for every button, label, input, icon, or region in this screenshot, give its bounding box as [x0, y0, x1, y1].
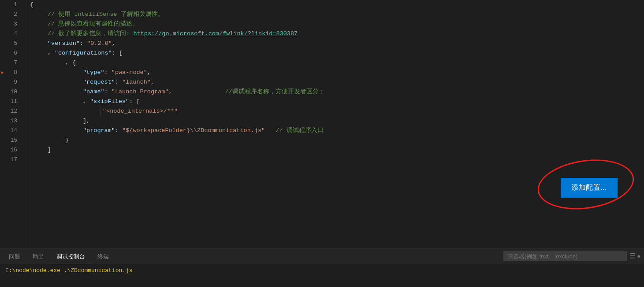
code-line-7: ▾ {	[30, 58, 644, 68]
line4-link[interactable]: https://go.microsoft.com/fwlink/?linkid=…	[134, 29, 298, 39]
line12-val: "<node_internals>/**"	[103, 107, 178, 116]
tab-debug-console[interactable]: 调试控制台	[51, 249, 90, 264]
code-line-14: "program": "${workspaceFolder}\\ZDcommun…	[30, 126, 644, 136]
line-number-11: 11	[0, 97, 21, 107]
line-number-5: 5	[0, 39, 21, 48]
code-lines: { // 使用 IntelliSense 了解相关属性。 // 悬停以查看现有属…	[26, 0, 644, 248]
tab-terminal[interactable]: 终端	[92, 249, 114, 264]
code-line-10: "name": "Launch Program",//调试程序名称，方便开发者区…	[30, 87, 644, 97]
line10-val: "Launch Program"	[112, 87, 169, 97]
line17-empty	[30, 155, 34, 165]
line3-content: // 悬停以查看现有属性的描述。	[48, 19, 138, 29]
line-number-12: 12	[0, 107, 21, 116]
panel-content: E:\node\node.exe .\ZDcommunication.js	[0, 264, 644, 287]
line6-key: "configurations"	[55, 48, 112, 58]
line9-val: "launch"	[122, 77, 151, 87]
line9-key: "request"	[83, 77, 115, 87]
collapse-6[interactable]: ▾	[48, 50, 55, 57]
line1-content: {	[30, 0, 34, 10]
line14-val: "${workspaceFolder}\\ZDcommunication.js"	[122, 126, 265, 136]
line5-key: "version"	[48, 39, 80, 48]
line-number-16: 16	[0, 145, 21, 155]
code-line-12: "<node_internals>/**"	[30, 107, 644, 116]
code-line-11: ▾ "skipFiles": [	[30, 97, 644, 107]
filter-icon[interactable]: ☰	[629, 252, 636, 261]
line10-comma: ,	[168, 87, 172, 97]
line5-comma: ,	[112, 39, 115, 48]
add-config-button[interactable]: 添加配置...	[561, 178, 618, 198]
line-number-2: 2	[0, 10, 21, 19]
line-number-4: 4	[0, 29, 21, 39]
line-number-3: 3	[0, 19, 21, 29]
tab-problems[interactable]: 问题	[4, 249, 26, 264]
line8-comma: ,	[147, 68, 151, 77]
line2-content: // 使用 IntelliSense 了解相关属性。	[48, 10, 164, 19]
terminal-output: E:\node\node.exe .\ZDcommunication.js	[5, 266, 639, 276]
panel-filter: ☰ ▲	[503, 251, 640, 261]
line13-content: ],	[83, 116, 90, 126]
collapse-11[interactable]: ▾	[83, 98, 90, 105]
line15-content: }	[65, 136, 69, 145]
editor-area: 1 2 3 4 5 6 7 8▶ 9 10 11 12 13 14 15 16 …	[0, 0, 644, 248]
line6-bracket: : [	[112, 48, 123, 58]
code-line-17	[30, 155, 644, 165]
code-line-15: }	[30, 136, 644, 145]
collapse-7[interactable]: ▾	[65, 59, 72, 66]
line9-colon: :	[115, 77, 122, 87]
line16-content: ]	[48, 145, 51, 155]
code-line-4: // 欲了解更多信息，请访问: https://go.microsoft.com…	[30, 29, 644, 39]
line14-space	[265, 126, 275, 136]
line11-key: "skipFiles"	[90, 97, 129, 107]
code-line-3: // 悬停以查看现有属性的描述。	[30, 19, 644, 29]
code-line-16: ]	[30, 145, 644, 155]
line-number-14: 14	[0, 126, 21, 136]
panel-bottom: 问题 输出 调试控制台 终端 ☰ ▲ E:\node\node.exe .\ZD…	[0, 248, 644, 287]
line-number-13: 13	[0, 116, 21, 126]
code-line-9: "request": "launch",	[30, 77, 644, 87]
code-line-6: ▾ "configurations": [	[30, 48, 644, 58]
line10-colon: :	[104, 87, 112, 97]
line10-key: "name"	[83, 87, 104, 97]
line10-comment: //调试程序名称，方便开发者区分；	[225, 87, 325, 97]
line5-val: "0.2.0"	[87, 39, 112, 48]
line-number-10: 10	[0, 87, 21, 97]
line-number-9: 9	[0, 77, 21, 87]
line8-key: "type"	[83, 68, 104, 77]
filter-input[interactable]	[503, 251, 627, 261]
line14-key: "program"	[83, 126, 115, 136]
code-line-2: // 使用 IntelliSense 了解相关属性。	[30, 10, 644, 19]
line-numbers: 1 2 3 4 5 6 7 8▶ 9 10 11 12 13 14 15 16 …	[0, 0, 26, 248]
line4-pre: // 欲了解更多信息，请访问:	[48, 29, 134, 39]
line11-bracket: : [	[129, 97, 140, 107]
tab-output[interactable]: 输出	[27, 249, 49, 264]
line14-comment: // 调试程序入口	[276, 126, 324, 136]
line-number-6: 6	[0, 48, 21, 58]
line8-colon: :	[104, 68, 112, 77]
line5-colon: :	[80, 39, 87, 48]
panel-tabs: 问题 输出 调试控制台 终端 ☰ ▲	[0, 249, 644, 264]
line7-bracket: {	[72, 58, 76, 68]
chevron-up-icon[interactable]: ▲	[637, 253, 640, 259]
line9-comma: ,	[151, 77, 154, 87]
line-number-17: 17	[0, 155, 21, 165]
line-number-15: 15	[0, 136, 21, 145]
code-line-5: "version": "0.2.0",	[30, 39, 644, 48]
line-number-7: 7	[0, 58, 21, 68]
line-number-1: 1	[0, 0, 21, 10]
line14-colon: :	[115, 126, 122, 136]
code-line-13: ],	[30, 116, 644, 126]
line-number-8: 8▶	[0, 68, 21, 77]
code-line-8: "type": "pwa-node",	[30, 68, 644, 77]
line8-val: "pwa-node"	[112, 68, 147, 77]
code-line-1: {	[30, 0, 644, 10]
code-container: 1 2 3 4 5 6 7 8▶ 9 10 11 12 13 14 15 16 …	[0, 0, 644, 248]
